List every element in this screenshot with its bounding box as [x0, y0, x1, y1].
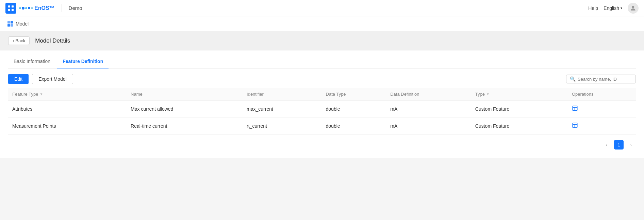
col-name: Name — [127, 88, 243, 100]
cell-type-0: Custom Feature — [471, 100, 568, 117]
nav-right: Help English ▾ — [588, 3, 639, 14]
svg-point-4 — [632, 6, 634, 8]
cell-name-1: Real-time current — [127, 117, 243, 135]
cell-data-type-1: double — [322, 117, 386, 135]
view-operation-icon-1[interactable] — [572, 122, 578, 128]
svg-rect-8 — [11, 24, 13, 27]
col-operations: Operations — [568, 88, 636, 100]
cell-name-0: Max current allowed — [127, 100, 243, 117]
cell-feature-type-1: Measurement Points — [8, 117, 127, 135]
nav-left: EnOS™ Demo — [5, 3, 82, 14]
logo-area: EnOS™ — [19, 5, 55, 11]
feature-table: Feature Type ▼ Name Identifier Data Type — [8, 88, 636, 135]
view-operation-icon-0[interactable] — [572, 105, 578, 111]
svg-rect-0 — [8, 5, 10, 7]
cell-operations-0 — [568, 100, 636, 117]
toolbar-left: Edit Export Model — [8, 74, 73, 84]
cell-data-definition-1: mA — [386, 117, 471, 135]
prev-page-button[interactable]: ‹ — [602, 140, 611, 150]
col-data-definition: Data Definition — [386, 88, 471, 100]
table-row: Measurement Points Real-time current rt_… — [8, 117, 636, 135]
pagination: ‹ 1 › — [8, 135, 636, 150]
sort-icon-feature-type[interactable]: ▼ — [39, 92, 43, 96]
cell-operations-1 — [568, 117, 636, 135]
dot5 — [31, 7, 33, 9]
col-feature-type: Feature Type ▼ — [8, 88, 127, 100]
page-header: ‹ Back Model Details — [0, 31, 644, 50]
dot3 — [25, 7, 27, 9]
back-button[interactable]: ‹ Back — [8, 36, 30, 45]
cell-data-definition-0: mA — [386, 100, 471, 117]
page-title: Model Details — [35, 37, 70, 44]
app-grid-icon[interactable] — [5, 3, 16, 14]
search-input[interactable] — [578, 77, 632, 82]
language-label: English — [604, 5, 619, 11]
svg-rect-7 — [7, 24, 10, 27]
next-page-button[interactable]: › — [626, 140, 636, 150]
tab-basic-information[interactable]: Basic Information — [8, 56, 56, 68]
cell-type-1: Custom Feature — [471, 117, 568, 135]
svg-rect-3 — [12, 9, 14, 11]
search-icon: 🔍 — [570, 76, 576, 82]
export-model-button[interactable]: Export Model — [32, 74, 73, 84]
cell-identifier-1: rt_current — [243, 117, 322, 135]
dot1 — [19, 7, 21, 9]
svg-rect-1 — [12, 5, 14, 7]
tab-bar: Basic Information Feature Definition — [8, 50, 636, 68]
cell-data-type-0: double — [322, 100, 386, 117]
cell-identifier-0: max_current — [243, 100, 322, 117]
page-1-button[interactable]: 1 — [614, 140, 624, 150]
model-icon — [7, 20, 14, 27]
chevron-down-icon: ▾ — [621, 6, 622, 10]
breadcrumb-bar: Model — [0, 16, 644, 31]
table-header-row: Feature Type ▼ Name Identifier Data Type — [8, 88, 636, 100]
sort-icon-type[interactable]: ▼ — [486, 92, 490, 96]
help-link[interactable]: Help — [588, 5, 598, 11]
app-name: Demo — [69, 5, 82, 11]
breadcrumb[interactable]: Model — [7, 20, 29, 27]
back-label: Back — [15, 38, 25, 43]
svg-rect-9 — [573, 106, 577, 111]
svg-rect-12 — [573, 123, 577, 128]
logo-dots — [19, 7, 33, 10]
svg-rect-5 — [7, 21, 10, 23]
col-identifier: Identifier — [243, 88, 322, 100]
back-arrow-icon: ‹ — [13, 38, 14, 43]
col-type: Type ▼ — [471, 88, 568, 100]
avatar[interactable] — [628, 3, 639, 14]
svg-rect-2 — [8, 9, 10, 11]
enos-logo-text: EnOS™ — [34, 5, 55, 11]
cell-feature-type-0: Attributes — [8, 100, 127, 117]
edit-button[interactable]: Edit — [8, 74, 29, 84]
search-box[interactable]: 🔍 — [566, 75, 636, 83]
svg-rect-6 — [11, 21, 13, 23]
col-data-type: Data Type — [322, 88, 386, 100]
breadcrumb-label: Model — [16, 21, 29, 27]
dot4 — [28, 7, 30, 9]
dot2 — [22, 7, 24, 10]
top-navigation: EnOS™ Demo Help English ▾ — [0, 0, 644, 16]
main-content: Basic Information Feature Definition Edi… — [0, 50, 644, 158]
toolbar: Edit Export Model 🔍 — [8, 68, 636, 88]
language-selector[interactable]: English ▾ — [604, 5, 622, 11]
tab-feature-definition[interactable]: Feature Definition — [57, 56, 109, 68]
table-row: Attributes Max current allowed max_curre… — [8, 100, 636, 117]
nav-divider — [62, 4, 62, 12]
